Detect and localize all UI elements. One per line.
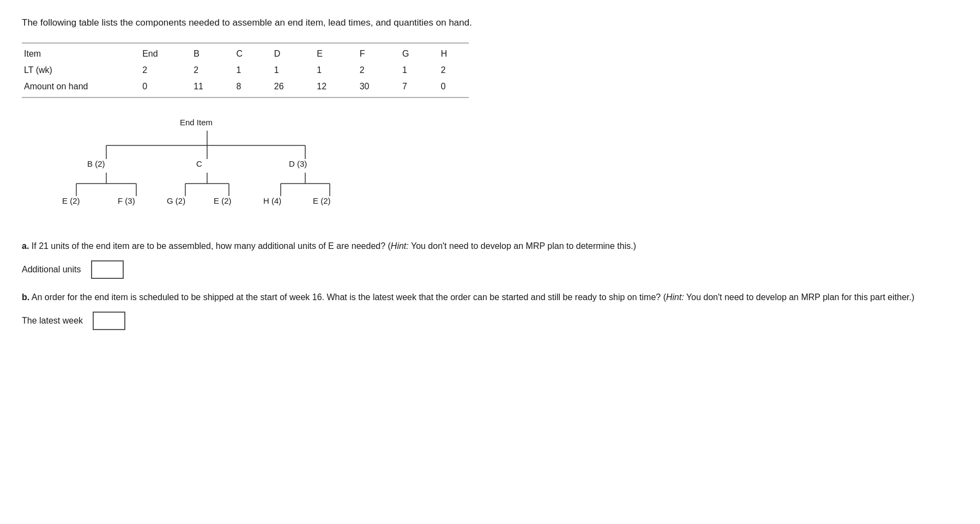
lt-b: 2	[184, 62, 226, 78]
question-b-bold: b.	[22, 293, 29, 302]
lt-f: 2	[350, 62, 392, 78]
node-e2-under-d: E (2)	[313, 196, 331, 205]
node-d: D (3)	[289, 159, 307, 168]
question-b-answer-row: The latest week	[22, 312, 958, 330]
question-a-bold: a.	[22, 241, 29, 251]
lt-d: 1	[264, 62, 307, 78]
node-g2-under-c: G (2)	[167, 196, 185, 205]
col-b: B	[184, 43, 226, 62]
row-label-lt: LT (wk)	[22, 62, 132, 78]
lt-h: 2	[431, 62, 469, 78]
question-b-hint: Hint:	[666, 293, 684, 302]
aoh-g: 7	[392, 78, 431, 98]
col-f: F	[350, 43, 392, 62]
lt-c: 1	[227, 62, 264, 78]
aoh-b: 11	[184, 78, 226, 98]
node-f3-under-b: F (3)	[118, 196, 135, 205]
question-a-hint: Hint:	[391, 241, 409, 251]
question-a-text: a. If 21 units of the end item are to be…	[22, 240, 958, 253]
node-h4-under-d: H (4)	[263, 196, 281, 205]
additional-units-input[interactable]	[91, 260, 124, 279]
question-a-section: a. If 21 units of the end item are to be…	[22, 240, 958, 279]
additional-units-label: Additional units	[22, 265, 81, 275]
question-b-text: b. An order for the end item is schedule…	[22, 291, 958, 304]
bom-section: End Item B (2) C D (3) E (2) F (3) G (2)…	[22, 115, 958, 224]
col-c: C	[227, 43, 264, 62]
aoh-end: 0	[132, 78, 184, 98]
col-d: D	[264, 43, 307, 62]
latest-week-input[interactable]	[93, 312, 125, 330]
aoh-f: 30	[350, 78, 392, 98]
bom-svg	[55, 115, 382, 224]
data-table: Item End B C D E F G H LT (wk) 2 2 1 1 1…	[22, 42, 469, 98]
node-end-item: End Item	[180, 118, 213, 127]
lt-e: 1	[307, 62, 349, 78]
node-c: C	[196, 159, 202, 168]
node-e2-under-c: E (2)	[214, 196, 232, 205]
col-g: G	[392, 43, 431, 62]
row-label-item: Item	[22, 43, 132, 62]
aoh-e: 12	[307, 78, 349, 98]
col-h: H	[431, 43, 469, 62]
question-b-section: b. An order for the end item is schedule…	[22, 291, 958, 330]
aoh-c: 8	[227, 78, 264, 98]
aoh-h: 0	[431, 78, 469, 98]
col-e: E	[307, 43, 349, 62]
row-label-aoh: Amount on hand	[22, 78, 132, 98]
lt-g: 1	[392, 62, 431, 78]
bom-tree: End Item B (2) C D (3) E (2) F (3) G (2)…	[55, 115, 382, 224]
node-e2-under-b: E (2)	[62, 196, 80, 205]
question-a-answer-row: Additional units	[22, 260, 958, 279]
col-end: End	[132, 43, 184, 62]
intro-text: The following table lists the components…	[22, 16, 958, 29]
aoh-d: 26	[264, 78, 307, 98]
latest-week-label: The latest week	[22, 316, 83, 326]
node-b: B (2)	[87, 159, 105, 168]
lt-end: 2	[132, 62, 184, 78]
